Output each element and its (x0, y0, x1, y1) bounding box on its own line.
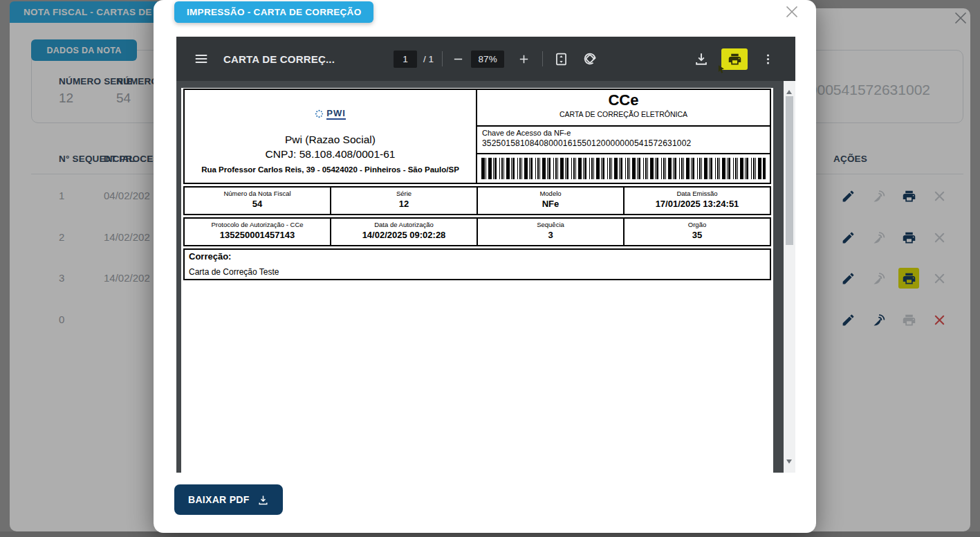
nota-info-row: Número da Nota Fiscal54 Série12 ModeloNF… (183, 186, 771, 215)
company-block: PWI Pwi (Razao Social) CNPJ: 58.108.408/… (185, 90, 477, 183)
scroll-down-icon[interactable] (786, 459, 792, 466)
cell-label: Data de Autorização (331, 221, 477, 228)
cce-subtitle: CARTA DE CORREÇÃO ELETRÔNICA (477, 110, 770, 118)
cell-label: Sequêcia (478, 221, 623, 228)
baixar-pdf-label: BAIXAR PDF (188, 494, 250, 505)
company-cnpj: CNPJ: 58.108.408/0001-61 (266, 148, 396, 161)
page-total: / 1 (423, 54, 434, 64)
scrollbar-thumb[interactable] (786, 96, 793, 245)
pdf-title: CARTA DE CORREÇ... (223, 53, 335, 65)
chave-label: Chave de Acesso da NF-e (482, 129, 765, 137)
cell-label: Data Emissão (625, 190, 770, 197)
modal-close-icon[interactable] (783, 3, 801, 21)
pdf-viewer: CARTA DE CORREÇ... 1 / 1 87% (176, 37, 795, 473)
cell-value: 14/02/2025 09:02:28 (331, 230, 477, 240)
pdf-scrollbar[interactable] (784, 81, 795, 473)
cell-label: Protocolo de Autorização - CCe (185, 221, 330, 228)
more-options-icon[interactable] (761, 53, 775, 66)
pdf-toolbar: CARTA DE CORREÇ... 1 / 1 87% (176, 37, 795, 81)
rotate-icon[interactable] (582, 51, 598, 66)
mouse-cursor-icon (716, 64, 726, 74)
cell-label: Modelo (478, 190, 623, 197)
pwi-logo-icon (315, 109, 324, 118)
cell-label: Número da Nota Fiscal (185, 190, 330, 197)
cell-label: Série (331, 190, 477, 197)
barcode-block (477, 154, 770, 183)
correcao-text: Carta de Correção Teste (189, 267, 766, 277)
toolbar-divider (542, 51, 543, 66)
cell-value: 135250001457143 (185, 230, 330, 240)
autorizacao-row: Protocolo de Autorização - CCe1352500014… (183, 217, 771, 246)
barcode (481, 158, 766, 179)
cell-value: 35 (625, 230, 770, 240)
cce-document: PWI Pwi (Razao Social) CNPJ: 58.108.408/… (183, 89, 771, 280)
pdf-viewport: PWI Pwi (Razao Social) CNPJ: 58.108.408/… (176, 81, 795, 473)
zoom-level[interactable]: 87% (471, 51, 504, 68)
download-icon (257, 494, 269, 506)
company-address: Rua Professor Carlos Reis, 39 - 05424020… (201, 165, 459, 174)
correcao-block: Correção: Carta de Correção Teste (183, 248, 771, 280)
page-number-input[interactable]: 1 (394, 51, 417, 68)
cell-label: Orgão (625, 221, 770, 228)
pwi-logo-text: PWI (326, 108, 346, 120)
cce-header: CCe CARTA DE CORREÇÃO ELETRÔNICA (477, 90, 770, 127)
print-icon-highlighted[interactable] (721, 48, 748, 70)
chave-number: 3525015810840800016155012000000054157263… (482, 138, 765, 148)
pwi-logo: PWI (315, 108, 346, 120)
scroll-up-icon[interactable] (786, 87, 792, 94)
zoom-out-icon[interactable] (452, 53, 464, 65)
company-name: Pwi (Razao Social) (285, 134, 376, 146)
zoom-in-icon[interactable] (518, 53, 530, 65)
modal-title-badge: IMPRESSÃO - CARTA DE CORREÇÃO (174, 1, 373, 23)
cce-title: CCe (477, 91, 770, 109)
correcao-label: Correção: (189, 251, 766, 262)
cell-value: NFe (478, 199, 623, 209)
cell-value: 17/01/2025 13:24:51 (625, 199, 770, 209)
menu-icon[interactable] (194, 51, 209, 66)
download-icon[interactable] (694, 51, 709, 66)
cell-value: 12 (331, 199, 477, 209)
toolbar-divider (442, 51, 443, 66)
chave-acesso-block: Chave de Acesso da NF-e 3525015810840800… (477, 127, 770, 154)
fit-page-icon[interactable] (554, 52, 568, 66)
impressao-modal: IMPRESSÃO - CARTA DE CORREÇÃO CARTA DE C… (154, 0, 816, 533)
pdf-page: PWI Pwi (Razao Social) CNPJ: 58.108.408/… (181, 88, 773, 473)
cell-value: 3 (478, 230, 623, 240)
cell-value: 54 (185, 199, 330, 209)
baixar-pdf-button[interactable]: BAIXAR PDF (174, 484, 283, 515)
